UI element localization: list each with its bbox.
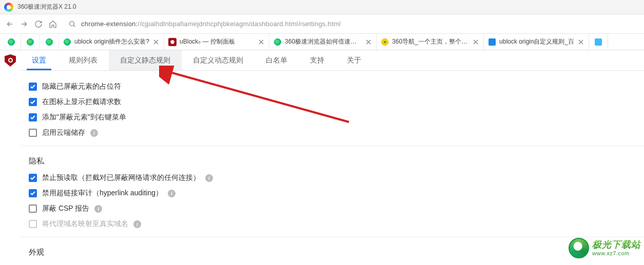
setting-context-menu: 添加"屏蔽元素"到右键菜单: [21, 110, 644, 125]
favicon-icon: [7, 38, 15, 46]
setting-prefetch: 禁止预读取（拦截对已屏蔽网络请求的任何连接） i: [21, 170, 644, 186]
setting-label: 禁用超链接审计（hyperlink auditing）: [42, 189, 163, 198]
checkbox: [29, 220, 37, 228]
close-icon[interactable]: [366, 39, 372, 45]
close-icon[interactable]: [153, 39, 160, 45]
browser-tab-3[interactable]: ublock origin插件怎么安装?: [59, 34, 164, 50]
tab-label: ublock origin插件怎么安装?: [74, 37, 149, 46]
favicon-icon: [45, 38, 53, 46]
browser-tab-2[interactable]: [40, 34, 59, 50]
page-content: 设置 规则列表 自定义静态规则 自定义动态规则 白名单 支持 关于 隐藏已屏蔽元…: [0, 50, 644, 261]
info-icon[interactable]: i: [205, 174, 213, 182]
browser-tab-5[interactable]: 360极速浏览器如何倍速观看: [269, 34, 377, 50]
setting-label: 将代理域名映射至真实域名: [42, 219, 128, 229]
checkbox[interactable]: [29, 205, 37, 213]
close-icon[interactable]: [473, 39, 479, 45]
tab-strip: ublock origin插件怎么安装? uBlock₀ — 控制面板 360极…: [0, 34, 644, 50]
setting-show-badge: 在图标上显示拦截请求数: [21, 94, 644, 110]
browser-tab-6[interactable]: 360导航_一个主页，整个世界: [377, 34, 484, 50]
tab-label: 360导航_一个主页，整个世界: [392, 37, 469, 46]
setting-label: 隐藏已屏蔽元素的占位符: [42, 82, 121, 91]
home-button[interactable]: [48, 19, 57, 29]
browser-tab-1[interactable]: [21, 34, 40, 50]
svg-point-0: [70, 21, 74, 26]
app-title: 360极速浏览器X 21.0: [17, 3, 76, 11]
section-appearance: 外观: [21, 237, 644, 261]
setting-cname-uncloak: 将代理域名映射至真实域名 i: [21, 216, 644, 232]
favicon-icon: [63, 38, 71, 46]
section-privacy: 隐私: [21, 146, 644, 170]
tab-label: ublock origin自定义规则_百: [499, 37, 574, 46]
app-logo-icon: [4, 3, 13, 12]
setting-label: 禁止预读取（拦截对已屏蔽网络请求的任何连接）: [42, 173, 200, 182]
info-icon[interactable]: i: [133, 220, 141, 228]
checkbox[interactable]: [29, 129, 37, 137]
nav-tab-my-rules[interactable]: 自定义动态规则: [182, 50, 255, 70]
close-icon[interactable]: [259, 39, 265, 45]
setting-cloud-storage: 启用云端储存 i: [21, 125, 644, 140]
browser-tab-0[interactable]: [2, 34, 21, 50]
setting-hyperlink-auditing: 禁用超链接审计（hyperlink auditing） i: [21, 186, 644, 201]
ublock-favicon-icon: [168, 38, 177, 46]
nav-tab-settings[interactable]: 设置: [21, 50, 57, 70]
favicon-icon: [26, 38, 34, 46]
search-icon: [68, 19, 77, 29]
setting-hide-placeholders: 隐藏已屏蔽元素的占位符: [21, 79, 644, 94]
favicon-icon: [594, 38, 602, 46]
nav-tab-filter-lists[interactable]: 规则列表: [57, 50, 109, 70]
setting-label: 添加"屏蔽元素"到右键菜单: [42, 113, 126, 122]
nav-tab-my-filters[interactable]: 自定义静态规则: [109, 50, 182, 70]
browser-tab-4[interactable]: uBlock₀ — 控制面板: [164, 34, 269, 50]
setting-label: 屏蔽 CSP 报告: [42, 204, 89, 213]
ublock-sidebar: [0, 50, 21, 261]
browser-tab-7[interactable]: ublock origin自定义规则_百: [484, 34, 589, 50]
nav-tab-support[interactable]: 支持: [299, 50, 336, 70]
forward-button[interactable]: [19, 19, 29, 29]
tab-label: 360极速浏览器如何倍速观看: [285, 37, 362, 46]
back-button[interactable]: [5, 19, 14, 29]
watermark-title: 极光下载站: [592, 240, 641, 250]
close-icon[interactable]: [578, 39, 584, 45]
watermark: 极光下载站 www.xz7.com: [569, 238, 641, 258]
info-icon[interactable]: i: [90, 129, 98, 137]
info-icon[interactable]: i: [94, 205, 102, 213]
setting-label: 在图标上显示拦截请求数: [42, 97, 121, 107]
favicon-icon: [488, 38, 496, 46]
tab-label: uBlock₀ — 控制面板: [180, 37, 235, 46]
url-input[interactable]: chrome-extension://cjpalhdlnbpafiamejdnh…: [63, 17, 639, 31]
setting-csp-reports: 屏蔽 CSP 报告 i: [21, 201, 644, 216]
checkbox[interactable]: [29, 189, 37, 197]
checkbox[interactable]: [29, 83, 37, 91]
dashboard-nav: 设置 规则列表 自定义静态规则 自定义动态规则 白名单 支持 关于: [21, 50, 644, 71]
checkbox[interactable]: [29, 174, 37, 182]
setting-label: 启用云端储存: [42, 128, 85, 137]
settings-panel: 隐藏已屏蔽元素的占位符 在图标上显示拦截请求数 添加"屏蔽元素"到右键菜单 启用…: [21, 71, 644, 261]
watermark-logo-icon: [569, 238, 589, 258]
checkbox[interactable]: [29, 98, 37, 106]
ublock-shield-icon: [5, 54, 16, 67]
nav-tab-whitelist[interactable]: 白名单: [255, 50, 299, 70]
info-icon[interactable]: i: [168, 190, 175, 197]
watermark-url: www.xz7.com: [592, 250, 641, 256]
window-titlebar: 360极速浏览器X 21.0: [0, 0, 644, 14]
favicon-icon: [381, 38, 389, 46]
favicon-icon: [274, 38, 282, 46]
reload-button[interactable]: [34, 19, 43, 29]
browser-tab-more[interactable]: [589, 34, 608, 50]
address-bar: chrome-extension://cjpalhdlnbpafiamejdnh…: [0, 14, 644, 34]
nav-tab-about[interactable]: 关于: [336, 50, 373, 70]
checkbox[interactable]: [29, 113, 37, 121]
url-text: chrome-extension://cjpalhdlnbpafiamejdnh…: [81, 20, 341, 28]
